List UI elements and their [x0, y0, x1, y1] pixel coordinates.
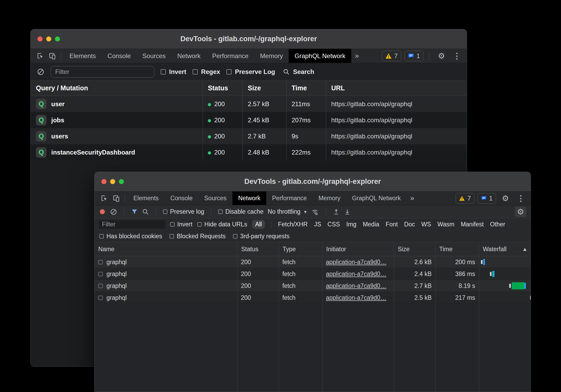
waterfall-cell[interactable]	[479, 292, 531, 304]
checkbox[interactable]	[163, 209, 167, 214]
col-url[interactable]: URL	[326, 84, 467, 92]
initiator-link[interactable]: application-a7ca9d0…	[326, 294, 386, 301]
minimize-window-button[interactable]	[46, 36, 51, 41]
col-initiator[interactable]: Initiator	[322, 242, 394, 256]
inspect-element-icon[interactable]	[35, 51, 46, 61]
chip-ws[interactable]: WS	[421, 221, 431, 228]
issues-badge[interactable]: 1	[404, 51, 423, 61]
table-row[interactable]: Qusers 200 2.7 kB 9s https://gitlab.com/…	[31, 128, 467, 144]
col-time[interactable]: Time	[286, 84, 326, 92]
initiator-link[interactable]: application-a7ca9d0…	[326, 270, 386, 277]
issues-badge[interactable]: 1	[478, 193, 496, 204]
filter-input[interactable]	[99, 220, 165, 229]
checkbox[interactable]	[170, 234, 174, 239]
tab-graphql-network[interactable]: GraphQL Network	[289, 49, 351, 63]
close-window-button[interactable]	[101, 179, 106, 184]
filter-funnel-icon[interactable]	[131, 208, 138, 215]
col-type[interactable]: Type	[279, 242, 322, 256]
invert-checkbox[interactable]: Invert	[161, 68, 186, 76]
zoom-window-button[interactable]	[119, 179, 124, 184]
initiator-link[interactable]: application-a7ca9d0…	[326, 259, 386, 265]
table-row[interactable]: Quser 200 2.57 kB 211ms https://gitlab.c…	[31, 96, 467, 112]
tab-sources[interactable]: Sources	[137, 49, 171, 63]
inspect-element-icon[interactable]	[99, 193, 110, 204]
chip-fetch-xhr[interactable]: Fetch/XHR	[278, 221, 307, 228]
chip-manifest[interactable]: Manifest	[461, 221, 484, 228]
tab-performance[interactable]: Performance	[206, 49, 254, 63]
table-row[interactable]: Qjobs 200 2.45 kB 207ms https://gitlab.c…	[31, 112, 467, 128]
chip-other[interactable]: Other	[490, 221, 505, 228]
waterfall-cell[interactable]	[479, 268, 531, 280]
graphql-table-header[interactable]: Query / Mutation Status Size Time URL	[31, 81, 467, 96]
table-row[interactable]: graphql 200 fetch application-a7ca9d0… 2…	[95, 292, 531, 304]
table-row[interactable]: graphql 200 fetch application-a7ca9d0… 2…	[95, 280, 531, 292]
kebab-menu-icon[interactable]: ⋮	[515, 194, 527, 203]
chip-all[interactable]: All	[252, 220, 265, 229]
regex-checkbox[interactable]: Regex	[193, 68, 220, 76]
checkbox[interactable]	[161, 69, 166, 74]
chip-media[interactable]: Media	[363, 221, 379, 228]
record-button[interactable]	[100, 209, 105, 214]
tab-console[interactable]: Console	[102, 49, 137, 63]
device-toolbar-icon[interactable]	[110, 193, 122, 204]
preserve-log-checkbox[interactable]: Preserve log	[163, 208, 204, 215]
waterfall-cell[interactable]	[479, 280, 531, 292]
col-status[interactable]: Status	[237, 242, 279, 256]
table-row[interactable]: graphql 200 fetch application-a7ca9d0… 2…	[95, 268, 531, 280]
settings-gear-icon[interactable]: ⚙	[499, 194, 512, 202]
chip-font[interactable]: Font	[386, 221, 398, 228]
more-tabs-button[interactable]: »	[351, 52, 363, 60]
titlebar[interactable]: DevTools - gitlab.com/-/graphql-explorer	[31, 29, 467, 49]
col-time[interactable]: Time	[435, 242, 479, 256]
checkbox[interactable]	[99, 234, 104, 239]
checkbox[interactable]	[170, 222, 175, 227]
clear-icon[interactable]	[110, 208, 117, 215]
col-size[interactable]: Size	[394, 242, 435, 256]
close-window-button[interactable]	[38, 36, 43, 41]
disable-cache-checkbox[interactable]: Disable cache	[218, 208, 263, 215]
third-party-requests-checkbox[interactable]: 3rd-party requests	[233, 233, 289, 240]
checkbox[interactable]	[197, 222, 202, 227]
table-row[interactable]: QinstanceSecurityDashboard 200 2.48 kB 2…	[31, 144, 467, 160]
chip-js[interactable]: JS	[314, 221, 321, 228]
table-row[interactable]: graphql 200 fetch application-a7ca9d0… 2…	[95, 256, 531, 268]
hide-data-urls-checkbox[interactable]: Hide data URLs	[197, 221, 247, 228]
warnings-badge[interactable]: 7	[456, 193, 474, 204]
preserve-log-checkbox[interactable]: Preserve Log	[226, 68, 275, 76]
clear-icon[interactable]	[37, 68, 44, 76]
col-query-mutation[interactable]: Query / Mutation	[31, 84, 203, 92]
tab-console[interactable]: Console	[165, 192, 198, 205]
checkbox[interactable]	[233, 234, 237, 239]
has-blocked-cookies-checkbox[interactable]: Has blocked cookies	[99, 233, 162, 240]
network-table-header[interactable]: Name Status Type Initiator Size Time Wat…	[95, 242, 531, 256]
col-size[interactable]: Size	[242, 84, 286, 92]
minimize-window-button[interactable]	[110, 179, 115, 184]
tab-sources[interactable]: Sources	[198, 192, 232, 205]
row-checkbox[interactable]	[98, 260, 103, 264]
invert-checkbox[interactable]: Invert	[170, 221, 193, 228]
col-name[interactable]: Name	[95, 246, 237, 253]
device-toolbar-icon[interactable]	[46, 51, 58, 61]
more-tabs-button[interactable]: »	[406, 194, 418, 202]
chip-img[interactable]: Img	[346, 221, 356, 228]
blocked-requests-checkbox[interactable]: Blocked Requests	[170, 233, 226, 240]
export-har-icon[interactable]	[344, 208, 351, 215]
search-button[interactable]: Search	[283, 68, 314, 76]
checkbox[interactable]	[193, 69, 198, 74]
search-icon[interactable]	[142, 208, 149, 215]
chip-css[interactable]: CSS	[328, 221, 340, 228]
network-conditions-icon[interactable]	[311, 208, 319, 216]
throttling-select[interactable]: No throttling ▾	[268, 208, 307, 215]
zoom-window-button[interactable]	[55, 36, 60, 41]
waterfall-cell[interactable]	[479, 256, 531, 268]
tab-memory[interactable]: Memory	[313, 192, 346, 205]
row-checkbox[interactable]	[98, 284, 103, 288]
chip-wasm[interactable]: Wasm	[437, 221, 454, 228]
sort-asc-icon[interactable]: ▲	[522, 246, 527, 252]
tab-performance[interactable]: Performance	[266, 192, 313, 205]
import-har-icon[interactable]	[333, 208, 340, 215]
tab-elements[interactable]: Elements	[128, 192, 165, 205]
kebab-menu-icon[interactable]: ⋮	[451, 51, 463, 60]
col-status[interactable]: Status	[203, 84, 242, 92]
tab-network[interactable]: Network	[171, 49, 206, 63]
